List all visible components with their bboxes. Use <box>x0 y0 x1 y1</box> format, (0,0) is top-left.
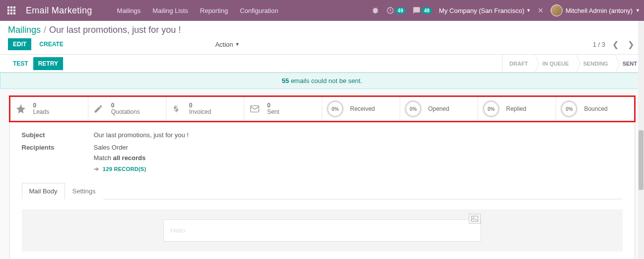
records-link-text: 129 RECORD(S) <box>103 166 146 172</box>
match-pre: Match <box>94 154 113 162</box>
stat-replied[interactable]: 0% Replied <box>478 97 556 121</box>
scrollbar-thumb[interactable] <box>639 130 644 190</box>
status-steps: DRAFT IN QUEUE SENDING SENT <box>502 55 644 72</box>
top-navbar: Email Marketing Mailings Mailing Lists R… <box>0 0 644 21</box>
stat-sent-label: Sent <box>267 108 280 115</box>
nav-right: 49 49 My Company (San Francisco) ▼ ✕ Mit… <box>371 4 640 16</box>
pct-circle-received: 0% <box>327 101 343 117</box>
nav-mailings[interactable]: Mailings <box>117 7 141 14</box>
edit-button[interactable]: EDIT <box>8 38 31 50</box>
avatar <box>551 4 563 16</box>
alert-banner: 55 emails could not be sent. <box>0 73 644 89</box>
activities-badge: 49 <box>395 7 406 14</box>
nav-reporting[interactable]: Reporting <box>200 7 228 14</box>
mail-body-preview: Hello <box>22 209 623 252</box>
stat-quotations[interactable]: 0Quotations <box>88 97 166 121</box>
recipients-value: Sales Order <box>94 144 146 151</box>
alert-text: emails could not be sent. <box>289 77 362 85</box>
stat-bounced-label: Bounced <box>584 105 607 112</box>
nav-menu: Mailings Mailing Lists Reporting Configu… <box>117 7 279 14</box>
test-button[interactable]: TEST <box>8 57 33 70</box>
step-sending[interactable]: SENDING <box>576 55 615 72</box>
records-link[interactable]: ➔ 129 RECORD(S) <box>94 166 146 173</box>
pct-circle-replied: 0% <box>483 101 499 117</box>
stat-leads[interactable]: 0Leads <box>10 97 88 121</box>
star-icon <box>15 103 28 114</box>
app-title[interactable]: Email Marketing <box>26 5 92 16</box>
scrollbar[interactable] <box>638 21 644 259</box>
svg-rect-2 <box>471 216 478 222</box>
pct-circle-bounced: 0% <box>561 101 577 117</box>
stat-received[interactable]: 0% Received <box>322 97 400 121</box>
stat-quotations-num: 0 <box>111 102 140 108</box>
apps-icon[interactable] <box>4 3 19 18</box>
form-sheet: 0Leads 0Quotations 0Invoiced 0Sent <box>9 96 635 259</box>
stat-replied-label: Replied <box>506 105 526 112</box>
recipients-match: Match all records <box>94 154 146 162</box>
mail-preview-content: Hello <box>163 219 481 242</box>
user-menu[interactable]: Mitchell Admin (antony) ▼ <box>551 4 640 16</box>
dollar-icon <box>171 104 184 114</box>
company-name: My Company (San Francisco) <box>439 7 524 14</box>
step-draft[interactable]: DRAFT <box>502 55 535 72</box>
debug-icon[interactable] <box>371 6 379 14</box>
image-placeholder-icon <box>469 214 481 224</box>
subject-value: Our last promotions, just for you ! <box>94 131 189 139</box>
action-label: Action <box>215 41 233 48</box>
stat-opened-label: Opened <box>428 105 449 112</box>
pager-text: 1 / 3 <box>593 41 605 48</box>
nav-configuration[interactable]: Configuration <box>240 7 278 14</box>
step-in-queue[interactable]: IN QUEUE <box>535 55 575 72</box>
pencil-icon <box>93 104 106 114</box>
svg-rect-1 <box>251 106 259 112</box>
breadcrumb-separator: / <box>44 25 46 35</box>
pager: 1 / 3 ❮ ❯ <box>593 40 636 49</box>
control-bar: Mailings / Our last promotions, just for… <box>0 21 644 55</box>
nav-mailing-lists[interactable]: Mailing Lists <box>152 7 188 14</box>
stat-sent[interactable]: 0Sent <box>244 97 322 121</box>
status-bar: TEST RETRY DRAFT IN QUEUE SENDING SENT <box>0 55 644 73</box>
tab-mail-body[interactable]: Mail Body <box>22 183 65 199</box>
stat-bounced[interactable]: 0% Bounced <box>556 97 634 121</box>
arrow-right-icon: ➔ <box>94 166 99 173</box>
activities-icon[interactable]: 49 <box>386 6 406 14</box>
breadcrumb-current: Our last promotions, just for you ! <box>49 25 181 35</box>
stat-quotations-label: Quotations <box>111 108 140 115</box>
retry-button[interactable]: RETRY <box>33 57 63 70</box>
company-switcher[interactable]: My Company (San Francisco) ▼ <box>439 7 531 14</box>
tabs: Mail Body Settings <box>22 182 623 199</box>
caret-down-icon: ▼ <box>636 8 640 13</box>
stat-opened[interactable]: 0% Opened <box>400 97 478 121</box>
messaging-badge: 49 <box>422 7 432 14</box>
stat-received-label: Received <box>350 105 375 112</box>
stat-sent-num: 0 <box>267 102 280 108</box>
stat-leads-label: Leads <box>33 108 50 115</box>
stat-invoiced-num: 0 <box>189 102 212 108</box>
action-dropdown[interactable]: Action ▼ <box>215 41 239 48</box>
envelope-icon <box>249 103 262 114</box>
pager-next[interactable]: ❯ <box>626 40 636 49</box>
form-body: Subject Our last promotions, just for yo… <box>10 121 635 259</box>
svg-point-3 <box>473 217 474 218</box>
subject-label: Subject <box>22 131 94 139</box>
caret-down-icon: ▼ <box>235 42 240 47</box>
caret-down-icon: ▼ <box>526 8 531 13</box>
alert-count: 55 <box>282 77 289 85</box>
pager-prev[interactable]: ❮ <box>610 40 621 49</box>
create-button[interactable]: CREATE <box>34 38 68 50</box>
messaging-icon[interactable]: 49 <box>413 6 432 14</box>
stat-invoiced-label: Invoiced <box>189 108 212 115</box>
mail-greeting: Hello <box>171 227 474 234</box>
breadcrumb-parent[interactable]: Mailings <box>8 25 41 35</box>
user-name: Mitchell Admin (antony) <box>566 7 633 14</box>
match-bold: all records <box>113 154 146 162</box>
stat-invoiced[interactable]: 0Invoiced <box>166 97 244 121</box>
stat-row-highlight: 0Leads 0Quotations 0Invoiced 0Sent <box>9 95 636 122</box>
pct-circle-opened: 0% <box>405 101 421 117</box>
stat-leads-num: 0 <box>33 102 50 108</box>
tab-settings[interactable]: Settings <box>65 183 103 199</box>
recipients-label: Recipients <box>22 144 94 173</box>
close-icon[interactable]: ✕ <box>538 6 544 14</box>
breadcrumb: Mailings / Our last promotions, just for… <box>8 25 636 35</box>
